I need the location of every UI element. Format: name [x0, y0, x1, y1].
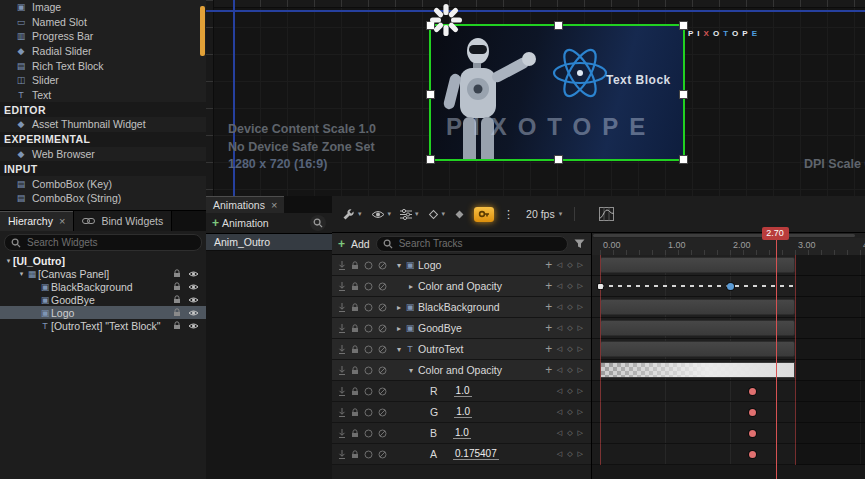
next-key-icon[interactable]	[578, 429, 583, 437]
track-section-bar[interactable]	[600, 341, 795, 357]
palette-item[interactable]: EXPERIMENTAL	[0, 132, 206, 147]
resize-handle-sw[interactable]	[426, 155, 435, 164]
palette-item[interactable]: ▤ ComboBox (Key)	[0, 176, 206, 191]
keyframe-marker[interactable]	[749, 409, 756, 416]
solo-icon[interactable]	[364, 282, 373, 291]
channel-value[interactable]: 0.175407	[453, 448, 499, 460]
add-key-icon[interactable]	[567, 429, 572, 437]
lock-icon[interactable]	[351, 408, 359, 417]
hierarchy-row[interactable]: ▣ Logo	[0, 306, 206, 319]
add-section-button[interactable]	[541, 321, 557, 335]
tab-animations[interactable]: Animations ×	[206, 196, 284, 213]
add-section-button[interactable]	[541, 258, 557, 272]
track-search-input[interactable]	[397, 237, 561, 250]
add-key-icon[interactable]	[567, 366, 572, 374]
expander-arrow[interactable]: ▸	[406, 282, 416, 291]
timeline-ruler[interactable]: 0.001.002.003.004.00	[592, 238, 865, 256]
next-key-icon[interactable]	[578, 261, 583, 269]
palette-item[interactable]: ◆ Asset Thumbnail Widget	[0, 117, 206, 132]
mute-icon[interactable]	[378, 387, 387, 396]
filter-funnel-icon[interactable]	[574, 239, 585, 249]
track-row[interactable]: ▾ Color and Opacity	[332, 360, 591, 381]
palette-scrollbar-thumb[interactable]	[200, 6, 205, 56]
mute-icon[interactable]	[378, 261, 387, 270]
add-key-icon[interactable]	[567, 261, 572, 269]
track-row[interactable]: ▸ ▣ BlackBackground	[332, 297, 591, 318]
auto-key-toggle[interactable]	[474, 207, 494, 222]
visibility-eye-icon[interactable]	[188, 322, 199, 330]
next-key-icon[interactable]	[578, 387, 583, 395]
curve-editor-button[interactable]	[599, 207, 614, 221]
channel-value[interactable]: 1.0	[454, 406, 472, 418]
next-key-icon[interactable]	[578, 345, 583, 353]
view-options-button[interactable]	[371, 210, 392, 219]
lock-icon[interactable]	[351, 366, 359, 375]
lock-icon[interactable]	[351, 345, 359, 354]
playback-range-marker[interactable]	[795, 255, 796, 465]
expander-arrow[interactable]: ▾	[4, 257, 13, 265]
mute-icon[interactable]	[378, 429, 387, 438]
track-row[interactable]: ▾ ▣ Logo	[332, 255, 591, 276]
add-key-icon[interactable]	[567, 303, 572, 311]
solo-icon[interactable]	[364, 261, 373, 270]
sequencer-options-button[interactable]	[342, 208, 362, 221]
add-section-button[interactable]	[541, 300, 557, 314]
track-row[interactable]: B 1.0	[332, 423, 591, 444]
add-section-button[interactable]	[541, 279, 557, 293]
key-all-button[interactable]	[454, 209, 465, 220]
close-icon[interactable]: ×	[59, 215, 65, 227]
add-key-icon[interactable]	[567, 450, 572, 458]
expander-arrow[interactable]: ▾	[406, 366, 416, 375]
previous-key-icon[interactable]	[557, 282, 562, 290]
previous-key-icon[interactable]	[557, 324, 562, 332]
resize-handle-ne[interactable]	[679, 21, 688, 30]
pin-icon[interactable]	[338, 345, 346, 354]
add-animation-button[interactable]: Animation	[222, 217, 269, 229]
next-key-icon[interactable]	[578, 282, 583, 290]
keyframe-marker[interactable]	[749, 451, 756, 458]
animation-search-button[interactable]	[310, 215, 326, 231]
lock-icon[interactable]	[173, 295, 181, 304]
palette-item[interactable]: INPUT	[0, 161, 206, 176]
pin-icon[interactable]	[338, 366, 346, 375]
track-row[interactable]: A 0.175407	[332, 444, 591, 465]
keyframe-marker[interactable]	[749, 388, 756, 395]
next-key-icon[interactable]	[578, 450, 583, 458]
add-key-icon[interactable]	[567, 324, 572, 332]
solo-icon[interactable]	[364, 408, 373, 417]
mute-icon[interactable]	[378, 303, 387, 312]
add-key-icon[interactable]	[567, 282, 572, 290]
keyframe-marker[interactable]	[598, 284, 603, 289]
palette-item[interactable]: EDITOR	[0, 102, 206, 117]
track-row[interactable]: ▸ Color and Opacity	[332, 276, 591, 297]
add-section-button[interactable]	[541, 342, 557, 356]
channel-value[interactable]: 1.0	[454, 385, 472, 397]
mute-icon[interactable]	[378, 324, 387, 333]
keyframe-marker[interactable]	[749, 430, 756, 437]
track-gradient-section[interactable]	[600, 362, 795, 378]
hierarchy-row[interactable]: ▣ GoodBye	[0, 293, 206, 306]
hierarchy-search-box[interactable]	[4, 234, 202, 251]
next-key-icon[interactable]	[578, 366, 583, 374]
previous-key-icon[interactable]	[557, 387, 562, 395]
solo-icon[interactable]	[364, 387, 373, 396]
track-row[interactable]: ▸ ▣ GoodBye	[332, 318, 591, 339]
hierarchy-search-input[interactable]	[25, 236, 195, 249]
resize-handle-s[interactable]	[554, 155, 563, 164]
keying-options-button[interactable]	[428, 209, 446, 220]
expander-arrow[interactable]: ▾	[394, 345, 404, 354]
lock-icon[interactable]	[351, 282, 359, 291]
mute-icon[interactable]	[378, 450, 387, 459]
previous-key-icon[interactable]	[557, 261, 562, 269]
hierarchy-row[interactable]: ▾ ▦ [Canvas Panel]	[0, 267, 206, 280]
lock-icon[interactable]	[173, 269, 181, 278]
lock-icon[interactable]	[351, 387, 359, 396]
pin-icon[interactable]	[338, 324, 346, 333]
fps-dropdown[interactable]: 20 fps	[526, 208, 562, 220]
keyframe-marker[interactable]	[727, 283, 734, 290]
resize-handle-n[interactable]	[554, 21, 563, 30]
track-section-bar[interactable]	[600, 299, 795, 315]
visibility-eye-icon[interactable]	[188, 309, 199, 317]
close-icon[interactable]: ×	[271, 199, 277, 211]
palette-item[interactable]: ▤ Rich Text Block	[0, 58, 206, 73]
